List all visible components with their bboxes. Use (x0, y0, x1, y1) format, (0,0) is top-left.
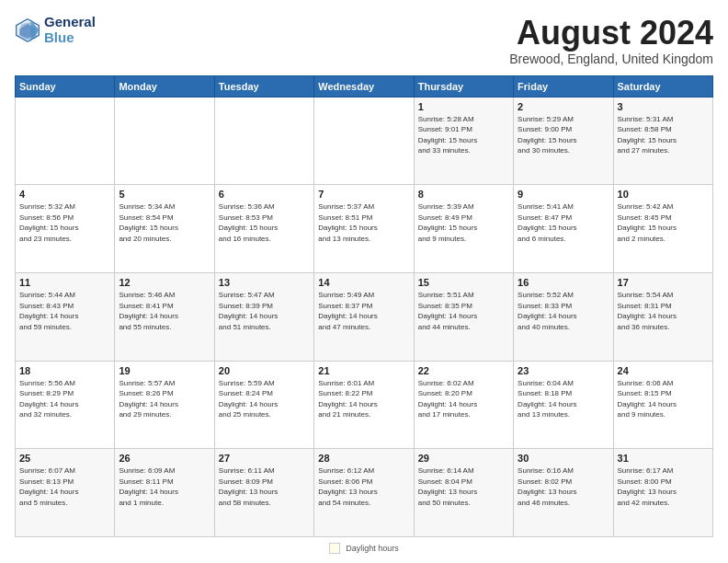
day-info: Sunrise: 6:04 AM Sunset: 8:18 PM Dayligh… (518, 378, 609, 420)
day-number: 8 (418, 189, 509, 200)
day-number: 2 (518, 101, 609, 112)
calendar-cell: 22Sunrise: 6:02 AM Sunset: 8:20 PM Dayli… (414, 361, 513, 449)
calendar-cell: 18Sunrise: 5:56 AM Sunset: 8:29 PM Dayli… (16, 361, 115, 449)
calendar-cell: 7Sunrise: 5:37 AM Sunset: 8:51 PM Daylig… (314, 185, 414, 273)
day-number: 1 (418, 101, 509, 112)
calendar-week-1: 1Sunrise: 5:28 AM Sunset: 9:01 PM Daylig… (16, 97, 713, 185)
day-number: 4 (19, 189, 110, 200)
calendar-cell: 13Sunrise: 5:47 AM Sunset: 8:39 PM Dayli… (214, 272, 313, 361)
day-number: 11 (19, 277, 110, 288)
day-number: 25 (19, 453, 110, 464)
day-info: Sunrise: 6:16 AM Sunset: 8:02 PM Dayligh… (518, 465, 609, 508)
day-info: Sunrise: 6:01 AM Sunset: 8:22 PM Dayligh… (318, 378, 409, 420)
day-number: 21 (318, 365, 409, 376)
daylight-label: Daylight hours (346, 544, 399, 553)
calendar-cell: 20Sunrise: 5:59 AM Sunset: 8:24 PM Dayli… (214, 361, 313, 449)
day-number: 22 (418, 365, 509, 376)
weekday-header-tuesday: Tuesday (214, 75, 313, 97)
calendar-cell: 2Sunrise: 5:29 AM Sunset: 9:00 PM Daylig… (514, 97, 613, 185)
day-number: 16 (518, 277, 609, 288)
day-number: 26 (119, 453, 210, 464)
day-info: Sunrise: 5:37 AM Sunset: 8:51 PM Dayligh… (318, 201, 409, 244)
calendar-cell: 31Sunrise: 6:17 AM Sunset: 8:00 PM Dayli… (613, 449, 712, 537)
calendar-cell: 27Sunrise: 6:11 AM Sunset: 8:09 PM Dayli… (214, 449, 313, 537)
day-info: Sunrise: 5:42 AM Sunset: 8:45 PM Dayligh… (618, 201, 709, 244)
day-number: 27 (219, 453, 310, 464)
day-info: Sunrise: 5:57 AM Sunset: 8:26 PM Dayligh… (119, 378, 210, 420)
calendar-cell: 1Sunrise: 5:28 AM Sunset: 9:01 PM Daylig… (414, 97, 513, 185)
weekday-header-sunday: Sunday (16, 75, 115, 97)
calendar-cell: 11Sunrise: 5:44 AM Sunset: 8:43 PM Dayli… (16, 272, 115, 361)
footer: Daylight hours (15, 543, 713, 554)
calendar-cell: 24Sunrise: 6:06 AM Sunset: 8:15 PM Dayli… (613, 361, 712, 449)
calendar-week-2: 4Sunrise: 5:32 AM Sunset: 8:56 PM Daylig… (16, 185, 713, 273)
day-number: 6 (219, 189, 310, 200)
day-number: 28 (318, 453, 409, 464)
calendar-cell: 16Sunrise: 5:52 AM Sunset: 8:33 PM Dayli… (514, 272, 613, 361)
weekday-header-friday: Friday (514, 75, 613, 97)
day-info: Sunrise: 5:32 AM Sunset: 8:56 PM Dayligh… (19, 201, 110, 244)
day-info: Sunrise: 5:39 AM Sunset: 8:49 PM Dayligh… (418, 201, 509, 244)
logo: General Blue (15, 15, 96, 45)
logo-icon (15, 17, 40, 43)
day-info: Sunrise: 6:12 AM Sunset: 8:06 PM Dayligh… (318, 465, 409, 508)
day-number: 13 (219, 277, 310, 288)
calendar-cell: 10Sunrise: 5:42 AM Sunset: 8:45 PM Dayli… (613, 185, 712, 273)
day-info: Sunrise: 5:59 AM Sunset: 8:24 PM Dayligh… (219, 378, 310, 420)
day-number: 29 (418, 453, 509, 464)
day-info: Sunrise: 5:34 AM Sunset: 8:54 PM Dayligh… (119, 201, 210, 244)
day-info: Sunrise: 6:09 AM Sunset: 8:11 PM Dayligh… (119, 465, 210, 508)
calendar-cell: 4Sunrise: 5:32 AM Sunset: 8:56 PM Daylig… (16, 185, 115, 273)
day-number: 19 (119, 365, 210, 376)
day-number: 30 (518, 453, 609, 464)
day-info: Sunrise: 5:29 AM Sunset: 9:00 PM Dayligh… (518, 114, 609, 156)
weekday-header-wednesday: Wednesday (314, 75, 414, 97)
day-number: 10 (618, 189, 709, 200)
day-info: Sunrise: 6:07 AM Sunset: 8:13 PM Dayligh… (19, 465, 110, 508)
calendar-cell (314, 97, 414, 185)
day-info: Sunrise: 5:31 AM Sunset: 8:58 PM Dayligh… (618, 114, 709, 156)
day-number: 5 (119, 189, 210, 200)
day-number: 17 (618, 277, 709, 288)
calendar-cell: 12Sunrise: 5:46 AM Sunset: 8:41 PM Dayli… (115, 272, 214, 361)
day-number: 20 (219, 365, 310, 376)
title-block: August 2024 Brewood, England, United Kin… (509, 15, 713, 66)
month-title: August 2024 (509, 15, 713, 52)
logo-line1: General (44, 14, 96, 29)
day-info: Sunrise: 5:56 AM Sunset: 8:29 PM Dayligh… (19, 378, 110, 420)
calendar-header-row: SundayMondayTuesdayWednesdayThursdayFrid… (16, 75, 713, 97)
day-number: 31 (618, 453, 709, 464)
weekday-header-thursday: Thursday (414, 75, 513, 97)
calendar-week-3: 11Sunrise: 5:44 AM Sunset: 8:43 PM Dayli… (16, 272, 713, 361)
day-number: 15 (418, 277, 509, 288)
day-info: Sunrise: 6:17 AM Sunset: 8:00 PM Dayligh… (618, 465, 709, 508)
day-number: 14 (318, 277, 409, 288)
calendar-cell: 19Sunrise: 5:57 AM Sunset: 8:26 PM Dayli… (115, 361, 214, 449)
day-info: Sunrise: 5:46 AM Sunset: 8:41 PM Dayligh… (119, 290, 210, 332)
calendar-cell: 15Sunrise: 5:51 AM Sunset: 8:35 PM Dayli… (414, 272, 513, 361)
day-info: Sunrise: 5:54 AM Sunset: 8:31 PM Dayligh… (618, 290, 709, 332)
day-info: Sunrise: 5:52 AM Sunset: 8:33 PM Dayligh… (518, 290, 609, 332)
logo-line2: Blue (44, 30, 96, 46)
day-info: Sunrise: 5:51 AM Sunset: 8:35 PM Dayligh… (418, 290, 509, 332)
day-number: 18 (19, 365, 110, 376)
calendar-cell (16, 97, 115, 185)
day-number: 23 (518, 365, 609, 376)
calendar-cell: 25Sunrise: 6:07 AM Sunset: 8:13 PM Dayli… (16, 449, 115, 537)
weekday-header-saturday: Saturday (613, 75, 712, 97)
page: General Blue August 2024 Brewood, Englan… (0, 0, 728, 563)
day-info: Sunrise: 5:44 AM Sunset: 8:43 PM Dayligh… (19, 290, 110, 332)
day-info: Sunrise: 5:28 AM Sunset: 9:01 PM Dayligh… (418, 114, 509, 156)
calendar-cell: 30Sunrise: 6:16 AM Sunset: 8:02 PM Dayli… (514, 449, 613, 537)
header: General Blue August 2024 Brewood, Englan… (15, 15, 713, 66)
calendar-week-4: 18Sunrise: 5:56 AM Sunset: 8:29 PM Dayli… (16, 361, 713, 449)
calendar-week-5: 25Sunrise: 6:07 AM Sunset: 8:13 PM Dayli… (16, 449, 713, 537)
day-info: Sunrise: 5:41 AM Sunset: 8:47 PM Dayligh… (518, 201, 609, 244)
day-number: 12 (119, 277, 210, 288)
daylight-box (329, 543, 340, 554)
calendar-cell: 9Sunrise: 5:41 AM Sunset: 8:47 PM Daylig… (514, 185, 613, 273)
calendar-cell (214, 97, 313, 185)
day-info: Sunrise: 5:49 AM Sunset: 8:37 PM Dayligh… (318, 290, 409, 332)
weekday-header-monday: Monday (115, 75, 214, 97)
day-info: Sunrise: 6:11 AM Sunset: 8:09 PM Dayligh… (219, 465, 310, 508)
